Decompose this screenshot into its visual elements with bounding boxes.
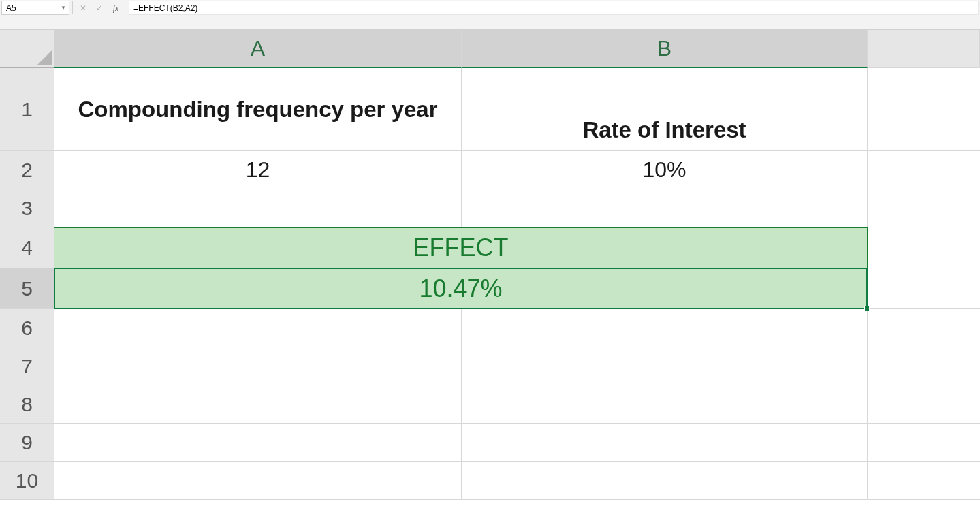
cell-rest-8[interactable] (868, 385, 980, 424)
cell-rest-7[interactable] (868, 347, 980, 385)
row-header-6[interactable]: 6 (0, 309, 54, 347)
formula-bar-buttons: ✕ ✓ fx (74, 0, 125, 16)
cell-a7[interactable] (54, 347, 462, 385)
row-4: EFFECT (54, 227, 980, 268)
formula-bar: ▼ ✕ ✓ fx (0, 0, 980, 16)
cancel-icon[interactable]: ✕ (78, 4, 88, 12)
row-header-2[interactable]: 2 (0, 151, 54, 189)
spreadsheet-grid: 1 2 3 4 5 6 7 8 9 10 A B Compounding fre… (0, 30, 980, 525)
cell-rest-2[interactable] (868, 151, 980, 189)
row-header-7[interactable]: 7 (0, 347, 54, 385)
cell-b1[interactable]: Rate of Interest (462, 68, 868, 151)
col-header-b[interactable]: B (462, 30, 868, 68)
row-header-column: 1 2 3 4 5 6 7 8 9 10 (0, 30, 54, 525)
cell-a10[interactable] (54, 462, 462, 500)
grid-rows: Compounding frequency per year Rate of I… (54, 68, 980, 500)
row-10 (54, 462, 980, 500)
cell-b2[interactable]: 10% (462, 151, 868, 189)
formula-input[interactable] (133, 3, 978, 13)
row-header-1[interactable]: 1 (0, 68, 54, 151)
cell-b3[interactable] (462, 189, 868, 227)
cell-b8[interactable] (462, 385, 868, 424)
row-header-10[interactable]: 10 (0, 462, 54, 500)
name-box[interactable]: ▼ (1, 1, 69, 15)
grid-body: A B Compounding frequency per year Rate … (54, 30, 980, 525)
row-3 (54, 189, 980, 227)
name-box-dropdown-icon[interactable]: ▼ (61, 5, 66, 11)
ruler-strip (0, 16, 980, 30)
cell-rest-10[interactable] (868, 462, 980, 500)
row-6 (54, 309, 980, 347)
cell-b10[interactable] (462, 462, 868, 500)
row-header-9[interactable]: 9 (0, 424, 54, 462)
row-1: Compounding frequency per year Rate of I… (54, 68, 980, 151)
row-header-8[interactable]: 8 (0, 385, 54, 424)
separator (72, 1, 73, 14)
cell-rest-3[interactable] (868, 189, 980, 227)
cell-rest-5[interactable] (868, 268, 980, 309)
row-8 (54, 385, 980, 424)
row-7 (54, 347, 980, 385)
row-5: 10.47% (54, 268, 980, 309)
select-all-corner[interactable] (0, 30, 54, 68)
name-box-input[interactable] (6, 3, 47, 13)
cell-b9[interactable] (462, 424, 868, 462)
row-2: 12 10% (54, 151, 980, 189)
cell-rest-6[interactable] (868, 309, 980, 347)
col-header-rest[interactable] (868, 30, 980, 68)
column-headers: A B (54, 30, 980, 68)
cell-a5-b5-merged[interactable]: 10.47% (54, 268, 868, 309)
cell-a9[interactable] (54, 424, 462, 462)
cell-rest-9[interactable] (868, 424, 980, 462)
cell-b7[interactable] (462, 347, 868, 385)
cell-a3[interactable] (54, 189, 462, 227)
accept-icon[interactable]: ✓ (95, 4, 104, 12)
cell-a4-b4-merged[interactable]: EFFECT (54, 227, 868, 268)
cell-a2[interactable]: 12 (54, 151, 462, 189)
col-header-a[interactable]: A (54, 30, 462, 68)
cell-rest-1[interactable] (868, 68, 980, 151)
fx-icon[interactable]: fx (111, 4, 121, 12)
row-header-5[interactable]: 5 (0, 268, 54, 309)
cell-a5-value: 10.47% (419, 274, 502, 303)
cell-a8[interactable] (54, 385, 462, 424)
row-9 (54, 424, 980, 462)
row-header-3[interactable]: 3 (0, 189, 54, 227)
cell-rest-4[interactable] (868, 227, 980, 268)
row-header-4[interactable]: 4 (0, 227, 54, 268)
cell-a1[interactable]: Compounding frequency per year (54, 68, 462, 151)
cell-a6[interactable] (54, 309, 462, 347)
formula-input-wrap[interactable] (129, 1, 979, 15)
cell-b6[interactable] (462, 309, 868, 347)
